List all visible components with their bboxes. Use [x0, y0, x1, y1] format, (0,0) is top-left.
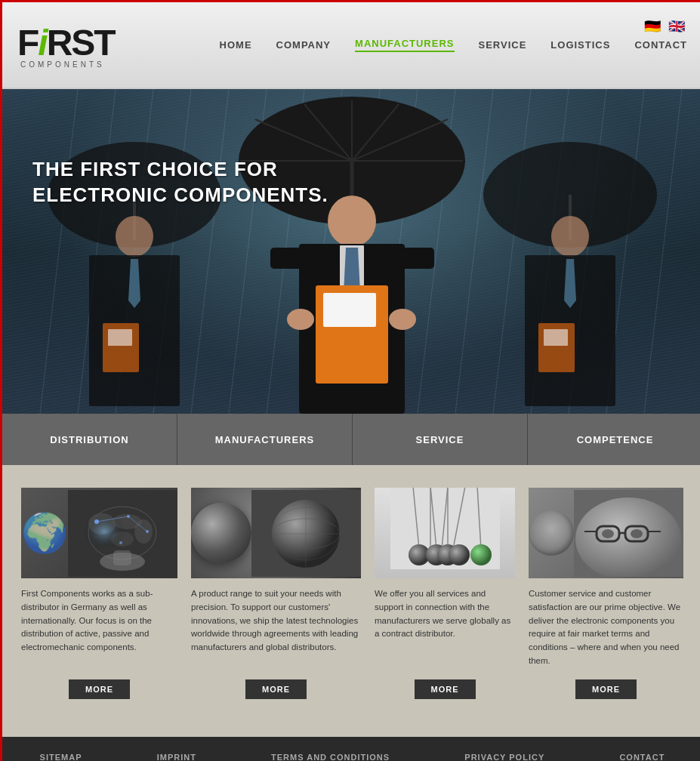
- card-globe-text: A product range to suit your needs with …: [191, 587, 361, 668]
- card-distribution-image: [21, 488, 177, 578]
- card-distribution-text: First Components works as a sub-distribu…: [21, 587, 177, 668]
- svg-rect-37: [544, 329, 568, 346]
- svg-point-53: [287, 309, 314, 330]
- svg-point-54: [389, 309, 416, 330]
- svg-rect-30: [108, 329, 132, 346]
- header: FiRST COMPONENTS HOME COMPANY MANUFACTUR…: [2, 2, 700, 89]
- svg-rect-71: [113, 550, 131, 565]
- footer-privacy[interactable]: PRIVACY POLICY: [464, 753, 544, 761]
- logo[interactable]: FiRST COMPONENTS: [17, 22, 115, 69]
- card-service-more: MORE: [375, 679, 515, 699]
- nav-manufacturers[interactable]: MANUFACTURERS: [355, 38, 454, 52]
- card-service-image: [375, 488, 515, 578]
- footer-terms[interactable]: TERMS AND CONDITIONS: [271, 753, 390, 761]
- hero-title-line2: ELECTRONIC COMPONENTS.: [32, 183, 328, 208]
- nav-home[interactable]: HOME: [220, 39, 252, 51]
- svg-point-92: [575, 498, 681, 577]
- service-more-button[interactable]: MORE: [415, 679, 476, 699]
- english-flag[interactable]: 🇬🇧: [666, 16, 687, 37]
- svg-point-99: [631, 529, 643, 538]
- tab-distribution[interactable]: DISTRIBUTION: [2, 414, 177, 465]
- footer-contact[interactable]: CONTACT: [619, 753, 665, 761]
- card-competence-more: MORE: [529, 679, 683, 699]
- footer-sitemap[interactable]: SITEMAP: [40, 753, 82, 761]
- svg-point-26: [116, 216, 153, 257]
- svg-rect-56: [323, 293, 376, 327]
- hero-banner: THE FIRST CHOICE FOR ELECTRONIC COMPONEN…: [2, 89, 700, 414]
- svg-point-33: [551, 216, 589, 257]
- german-flag[interactable]: 🇩🇪: [642, 16, 663, 37]
- svg-point-47: [328, 196, 376, 247]
- logo-sub: COMPONENTS: [20, 60, 115, 69]
- svg-point-98: [602, 529, 614, 538]
- card-competence-text: Customer service and customer satisfacti…: [529, 587, 683, 668]
- globe-more-button[interactable]: MORE: [245, 679, 307, 699]
- card-competence: Customer service and customer satisfacti…: [529, 488, 683, 699]
- nav-logistics[interactable]: LOGISTICS: [550, 39, 610, 51]
- tab-service[interactable]: SERVICE: [353, 414, 528, 465]
- svg-point-90: [470, 544, 492, 565]
- cards-grid: First Components works as a sub-distribu…: [21, 488, 683, 699]
- hero-text: THE FIRST CHOICE FOR ELECTRONIC COMPONEN…: [32, 157, 328, 208]
- card-distribution-more: MORE: [21, 679, 177, 699]
- svg-rect-51: [270, 248, 304, 269]
- card-globe: A product range to suit your needs with …: [191, 488, 361, 699]
- card-service: We offer you all services and support in…: [375, 488, 515, 699]
- main-nav: HOME COMPANY MANUFACTURERS SERVICE LOGIS…: [220, 38, 687, 52]
- nav-service[interactable]: SERVICE: [479, 39, 527, 51]
- competence-more-button[interactable]: MORE: [575, 679, 637, 699]
- language-flags: 🇩🇪 🇬🇧: [642, 16, 687, 37]
- tab-manufacturers[interactable]: MANUFACTURERS: [177, 414, 353, 465]
- hero-illustration: [2, 89, 700, 414]
- card-service-text: We offer you all services and support in…: [375, 587, 515, 668]
- distribution-more-button[interactable]: MORE: [69, 679, 130, 699]
- nav-company[interactable]: COMPANY: [276, 39, 331, 51]
- nav-contact[interactable]: CONTACT: [634, 39, 687, 51]
- section-tabs: DISTRIBUTION MANUFACTURERS SERVICE COMPE…: [2, 414, 700, 465]
- tab-competence[interactable]: COMPETENCE: [528, 414, 700, 465]
- svg-rect-52: [400, 248, 434, 269]
- svg-point-67: [119, 541, 122, 544]
- card-distribution: First Components works as a sub-distribu…: [21, 488, 177, 699]
- logo-text: FiRST: [17, 22, 115, 63]
- footer: SITEMAP IMPRINT TERMS AND CONDITIONS PRI…: [2, 737, 700, 761]
- footer-imprint[interactable]: IMPRINT: [157, 753, 196, 761]
- content-section: First Components works as a sub-distribu…: [2, 465, 700, 737]
- svg-point-88: [449, 544, 470, 565]
- hero-title-line1: THE FIRST CHOICE FOR: [32, 157, 328, 183]
- card-globe-more: MORE: [191, 679, 361, 699]
- card-competence-image: [529, 488, 683, 578]
- card-globe-image: [191, 488, 361, 578]
